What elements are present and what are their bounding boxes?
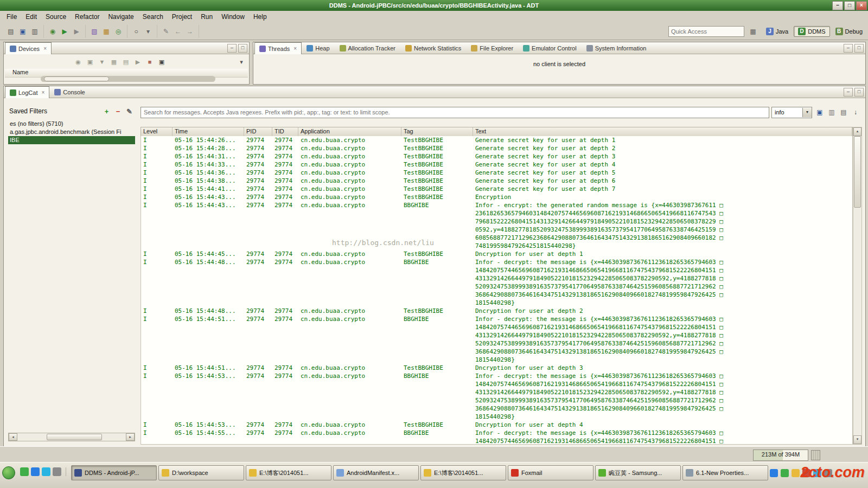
log-row[interactable]: I05-16 15:44:43...2977429774cn.edu.buaa.… <box>141 193 852 201</box>
taskbar-item[interactable]: DDMS - Android-jP... <box>71 465 157 480</box>
minimize-button[interactable]: – <box>832 1 843 10</box>
menu-item-file[interactable]: File <box>2 12 21 22</box>
update-heap-icon[interactable]: ▣ <box>85 57 95 67</box>
view-menu-icon[interactable]: ▾ <box>237 57 246 67</box>
devices-horizontal-scrollbar[interactable] <box>41 76 215 82</box>
forward-icon[interactable]: → <box>184 26 195 37</box>
back-icon[interactable]: ← <box>173 26 183 37</box>
quick-launch-1-icon[interactable] <box>20 467 29 476</box>
save-icon[interactable]: ▣ <box>17 26 28 37</box>
tray-3-icon[interactable] <box>792 469 800 477</box>
log-column-header[interactable]: TID <box>272 127 298 137</box>
stop-process-icon[interactable]: ■ <box>145 57 155 67</box>
new-java-project-icon[interactable]: ▧ <box>89 26 100 37</box>
tab-allocation-tracker[interactable]: Allocation Tracker <box>335 42 400 54</box>
save-log-icon[interactable]: ▣ <box>814 107 825 118</box>
perspective-java[interactable]: JJava <box>762 26 793 37</box>
search-icon[interactable]: ○ <box>131 26 142 37</box>
tab-logcat[interactable]: LogCat× <box>5 86 49 98</box>
log-row[interactable]: I05-16 15:44:43...2977429774cn.edu.buaa.… <box>141 201 852 250</box>
log-row[interactable]: I05-16 15:44:41...2977429774cn.edu.buaa.… <box>141 185 852 193</box>
maximize-button[interactable]: □ <box>844 1 855 10</box>
title-bar[interactable]: DDMS - Android-jPBC/src/cn/edu/buaa/cryp… <box>0 0 868 11</box>
print-icon[interactable]: ▥ <box>29 26 40 37</box>
maximize-view-button[interactable]: □ <box>238 44 247 53</box>
scrollbar-thumb[interactable] <box>47 434 102 440</box>
taskbar-item[interactable]: 豌豆荚 - Samsung... <box>595 465 681 480</box>
tab-emulator-control[interactable]: Emulator Control <box>518 42 582 54</box>
saved-filter-item[interactable]: es (no filters) (5710) <box>8 120 135 128</box>
filters-horizontal-scrollbar[interactable]: ◂ ▸ <box>8 433 135 441</box>
log-column-header[interactable]: Text <box>473 127 852 137</box>
maximize-view-button[interactable]: □ <box>854 44 864 53</box>
taskbar-item[interactable]: D:\workspace <box>158 465 244 480</box>
tab-devices[interactable]: Devices × <box>5 42 52 54</box>
scroll-up-icon[interactable]: ▴ <box>853 127 861 136</box>
log-row[interactable]: I05-16 15:44:31...2977429774cn.edu.buaa.… <box>141 152 852 160</box>
scroll-to-end-icon[interactable]: ↓ <box>850 107 861 118</box>
scroll-down-icon[interactable]: ▾ <box>853 435 861 444</box>
open-task-icon[interactable]: ▾ <box>143 26 154 37</box>
edit-filter-icon[interactable]: ✎ <box>125 107 134 115</box>
run-garbage-collector-icon[interactable] <box>811 450 820 460</box>
log-row[interactable]: I05-16 15:44:48...2977429774cn.edu.buaa.… <box>141 307 852 315</box>
taskbar-item[interactable]: 6.1-New Proerties... <box>682 465 768 480</box>
log-row[interactable]: I05-16 15:44:53...2977429774cn.edu.buaa.… <box>141 372 852 421</box>
last-edit-location-icon[interactable]: ✎ <box>161 26 171 37</box>
log-column-header[interactable]: Application <box>298 127 401 137</box>
tab-file-explorer[interactable]: File Explorer <box>466 42 518 54</box>
menu-item-navigate[interactable]: Navigate <box>104 12 138 22</box>
log-vertical-scrollbar[interactable]: ▴ ▾ <box>853 127 862 445</box>
debug-process-icon[interactable]: ◉ <box>73 57 83 67</box>
menu-item-window[interactable]: Window <box>217 12 249 22</box>
log-level-dropdown[interactable]: info ▾ <box>771 107 812 118</box>
menu-item-run[interactable]: Run <box>196 12 217 22</box>
log-column-header[interactable]: Level <box>141 127 173 137</box>
display-saved-filters-view-icon[interactable]: ▤ <box>838 107 849 118</box>
scroll-left-icon[interactable]: ◂ <box>9 433 17 441</box>
perspective-debug[interactable]: BDebug <box>831 26 867 37</box>
taskbar-item[interactable]: Foxmail <box>508 465 593 480</box>
scrollbar-thumb[interactable] <box>44 76 109 81</box>
log-row[interactable]: I05-16 15:44:45...2977429774cn.edu.buaa.… <box>141 250 852 258</box>
update-threads-icon[interactable]: ▤ <box>121 57 131 67</box>
log-row[interactable]: I05-16 15:44:36...2977429774cn.edu.buaa.… <box>141 169 852 177</box>
menu-item-search[interactable]: Search <box>138 12 168 22</box>
chevron-down-icon[interactable]: ▾ <box>802 108 812 117</box>
quick-launch-3-icon[interactable] <box>42 467 50 476</box>
add-filter-icon[interactable]: + <box>102 107 111 115</box>
log-row[interactable]: I05-16 15:44:55...2977429774cn.edu.buaa.… <box>141 429 852 445</box>
quick-launch-2-icon[interactable] <box>31 467 40 476</box>
external-tools-icon[interactable]: ▶ <box>71 26 82 37</box>
tab-system-information[interactable]: System Information <box>582 42 652 54</box>
cause-gc-icon[interactable]: ▦ <box>109 57 119 67</box>
logcat-search-input[interactable] <box>141 107 769 118</box>
log-row[interactable]: I05-16 15:44:51...2977429774cn.edu.buaa.… <box>141 315 852 364</box>
taskbar-item[interactable]: AndroidManifest.x... <box>333 465 419 480</box>
close-tab-icon[interactable]: × <box>293 46 297 52</box>
screen-capture-icon[interactable]: ▣ <box>157 57 167 67</box>
minimize-view-button[interactable]: – <box>844 44 853 53</box>
start-button-icon[interactable] <box>2 466 15 479</box>
menu-item-source[interactable]: Source <box>41 12 71 22</box>
perspective-ddms[interactable]: DDDMS <box>794 26 829 37</box>
log-column-header[interactable]: PID <box>244 127 272 137</box>
minimize-view-button[interactable]: – <box>227 44 237 53</box>
tab-heap[interactable]: Heap <box>302 42 334 54</box>
start-method-profiling-icon[interactable]: ▶ <box>133 57 143 67</box>
close-button[interactable]: × <box>856 1 867 10</box>
scrollbar-thumb[interactable] <box>854 136 861 208</box>
menu-item-project[interactable]: Project <box>168 12 196 22</box>
new-wizard-icon[interactable]: ▤ <box>5 26 16 37</box>
log-row[interactable]: I05-16 15:44:33...2977429774cn.edu.buaa.… <box>141 160 852 169</box>
close-tab-icon[interactable]: × <box>41 89 44 95</box>
run-icon[interactable]: ▶ <box>59 26 70 37</box>
menu-item-help[interactable]: Help <box>249 12 271 22</box>
tray-2-icon[interactable] <box>781 469 789 477</box>
new-package-icon[interactable]: ▦ <box>101 26 112 37</box>
minimize-view-button[interactable]: – <box>844 88 853 97</box>
log-row[interactable]: I05-16 15:44:38...2977429774cn.edu.buaa.… <box>141 177 852 185</box>
log-column-header[interactable]: Tag <box>401 127 473 137</box>
dump-hprof-icon[interactable]: ▼ <box>97 57 107 67</box>
tab-threads[interactable]: Threads× <box>254 42 302 54</box>
